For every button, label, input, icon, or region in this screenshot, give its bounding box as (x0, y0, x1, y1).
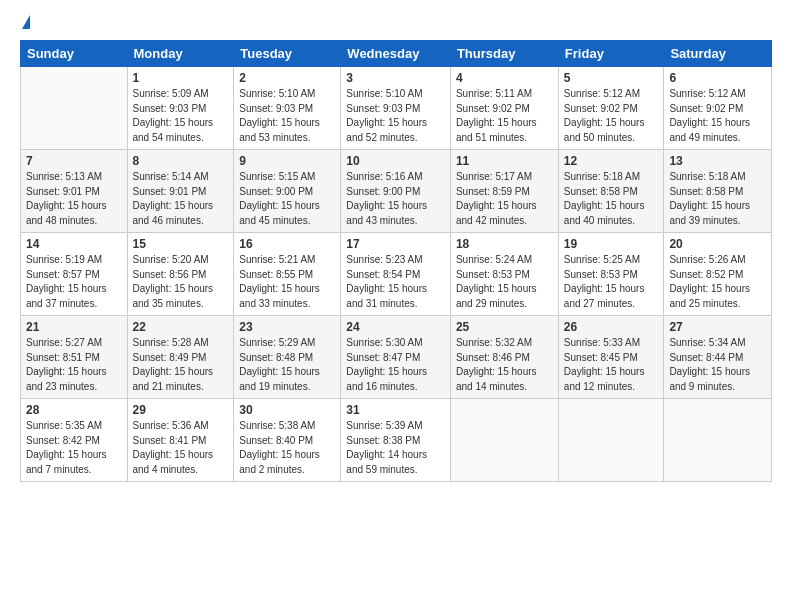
day-number: 16 (239, 237, 335, 251)
calendar-cell: 6Sunrise: 5:12 AM Sunset: 9:02 PM Daylig… (664, 67, 772, 150)
calendar-cell: 10Sunrise: 5:16 AM Sunset: 9:00 PM Dayli… (341, 150, 451, 233)
day-info: Sunrise: 5:10 AM Sunset: 9:03 PM Dayligh… (346, 87, 445, 145)
day-number: 10 (346, 154, 445, 168)
calendar-table: SundayMondayTuesdayWednesdayThursdayFrid… (20, 40, 772, 482)
day-number: 1 (133, 71, 229, 85)
calendar-cell: 31Sunrise: 5:39 AM Sunset: 8:38 PM Dayli… (341, 399, 451, 482)
col-header-sunday: Sunday (21, 41, 128, 67)
calendar-cell: 1Sunrise: 5:09 AM Sunset: 9:03 PM Daylig… (127, 67, 234, 150)
col-header-friday: Friday (558, 41, 664, 67)
calendar-cell (664, 399, 772, 482)
day-number: 18 (456, 237, 553, 251)
day-number: 19 (564, 237, 659, 251)
calendar-week-row: 28Sunrise: 5:35 AM Sunset: 8:42 PM Dayli… (21, 399, 772, 482)
page: SundayMondayTuesdayWednesdayThursdayFrid… (0, 0, 792, 612)
day-info: Sunrise: 5:18 AM Sunset: 8:58 PM Dayligh… (669, 170, 766, 228)
calendar-cell: 21Sunrise: 5:27 AM Sunset: 8:51 PM Dayli… (21, 316, 128, 399)
day-info: Sunrise: 5:26 AM Sunset: 8:52 PM Dayligh… (669, 253, 766, 311)
calendar-cell (450, 399, 558, 482)
day-info: Sunrise: 5:19 AM Sunset: 8:57 PM Dayligh… (26, 253, 122, 311)
day-number: 9 (239, 154, 335, 168)
calendar-cell (21, 67, 128, 150)
day-number: 22 (133, 320, 229, 334)
day-info: Sunrise: 5:20 AM Sunset: 8:56 PM Dayligh… (133, 253, 229, 311)
day-number: 7 (26, 154, 122, 168)
calendar-cell: 19Sunrise: 5:25 AM Sunset: 8:53 PM Dayli… (558, 233, 664, 316)
day-number: 24 (346, 320, 445, 334)
day-number: 12 (564, 154, 659, 168)
day-info: Sunrise: 5:18 AM Sunset: 8:58 PM Dayligh… (564, 170, 659, 228)
day-info: Sunrise: 5:23 AM Sunset: 8:54 PM Dayligh… (346, 253, 445, 311)
day-number: 27 (669, 320, 766, 334)
day-info: Sunrise: 5:33 AM Sunset: 8:45 PM Dayligh… (564, 336, 659, 394)
col-header-tuesday: Tuesday (234, 41, 341, 67)
day-number: 6 (669, 71, 766, 85)
day-number: 2 (239, 71, 335, 85)
calendar-cell: 5Sunrise: 5:12 AM Sunset: 9:02 PM Daylig… (558, 67, 664, 150)
calendar-cell: 13Sunrise: 5:18 AM Sunset: 8:58 PM Dayli… (664, 150, 772, 233)
calendar-cell: 11Sunrise: 5:17 AM Sunset: 8:59 PM Dayli… (450, 150, 558, 233)
day-info: Sunrise: 5:30 AM Sunset: 8:47 PM Dayligh… (346, 336, 445, 394)
calendar-cell (558, 399, 664, 482)
calendar-cell: 7Sunrise: 5:13 AM Sunset: 9:01 PM Daylig… (21, 150, 128, 233)
day-number: 3 (346, 71, 445, 85)
calendar-cell: 8Sunrise: 5:14 AM Sunset: 9:01 PM Daylig… (127, 150, 234, 233)
day-number: 8 (133, 154, 229, 168)
day-info: Sunrise: 5:25 AM Sunset: 8:53 PM Dayligh… (564, 253, 659, 311)
day-info: Sunrise: 5:38 AM Sunset: 8:40 PM Dayligh… (239, 419, 335, 477)
day-info: Sunrise: 5:34 AM Sunset: 8:44 PM Dayligh… (669, 336, 766, 394)
calendar-cell: 3Sunrise: 5:10 AM Sunset: 9:03 PM Daylig… (341, 67, 451, 150)
day-info: Sunrise: 5:29 AM Sunset: 8:48 PM Dayligh… (239, 336, 335, 394)
calendar-cell: 27Sunrise: 5:34 AM Sunset: 8:44 PM Dayli… (664, 316, 772, 399)
calendar-cell: 28Sunrise: 5:35 AM Sunset: 8:42 PM Dayli… (21, 399, 128, 482)
day-info: Sunrise: 5:17 AM Sunset: 8:59 PM Dayligh… (456, 170, 553, 228)
day-number: 23 (239, 320, 335, 334)
day-number: 21 (26, 320, 122, 334)
day-number: 13 (669, 154, 766, 168)
day-info: Sunrise: 5:09 AM Sunset: 9:03 PM Dayligh… (133, 87, 229, 145)
day-info: Sunrise: 5:10 AM Sunset: 9:03 PM Dayligh… (239, 87, 335, 145)
calendar-cell: 18Sunrise: 5:24 AM Sunset: 8:53 PM Dayli… (450, 233, 558, 316)
col-header-wednesday: Wednesday (341, 41, 451, 67)
day-info: Sunrise: 5:36 AM Sunset: 8:41 PM Dayligh… (133, 419, 229, 477)
day-info: Sunrise: 5:24 AM Sunset: 8:53 PM Dayligh… (456, 253, 553, 311)
day-info: Sunrise: 5:12 AM Sunset: 9:02 PM Dayligh… (564, 87, 659, 145)
day-number: 4 (456, 71, 553, 85)
day-number: 17 (346, 237, 445, 251)
day-number: 14 (26, 237, 122, 251)
calendar-cell: 23Sunrise: 5:29 AM Sunset: 8:48 PM Dayli… (234, 316, 341, 399)
calendar-week-row: 21Sunrise: 5:27 AM Sunset: 8:51 PM Dayli… (21, 316, 772, 399)
day-number: 26 (564, 320, 659, 334)
day-info: Sunrise: 5:16 AM Sunset: 9:00 PM Dayligh… (346, 170, 445, 228)
col-header-monday: Monday (127, 41, 234, 67)
day-number: 11 (456, 154, 553, 168)
day-number: 5 (564, 71, 659, 85)
day-info: Sunrise: 5:39 AM Sunset: 8:38 PM Dayligh… (346, 419, 445, 477)
calendar-cell: 26Sunrise: 5:33 AM Sunset: 8:45 PM Dayli… (558, 316, 664, 399)
calendar-cell: 25Sunrise: 5:32 AM Sunset: 8:46 PM Dayli… (450, 316, 558, 399)
calendar-cell: 14Sunrise: 5:19 AM Sunset: 8:57 PM Dayli… (21, 233, 128, 316)
day-info: Sunrise: 5:28 AM Sunset: 8:49 PM Dayligh… (133, 336, 229, 394)
calendar-cell: 2Sunrise: 5:10 AM Sunset: 9:03 PM Daylig… (234, 67, 341, 150)
col-header-thursday: Thursday (450, 41, 558, 67)
calendar-cell: 15Sunrise: 5:20 AM Sunset: 8:56 PM Dayli… (127, 233, 234, 316)
header-row: SundayMondayTuesdayWednesdayThursdayFrid… (21, 41, 772, 67)
logo (20, 16, 31, 30)
header (20, 16, 772, 30)
col-header-saturday: Saturday (664, 41, 772, 67)
day-info: Sunrise: 5:11 AM Sunset: 9:02 PM Dayligh… (456, 87, 553, 145)
calendar-cell: 30Sunrise: 5:38 AM Sunset: 8:40 PM Dayli… (234, 399, 341, 482)
calendar-cell: 4Sunrise: 5:11 AM Sunset: 9:02 PM Daylig… (450, 67, 558, 150)
calendar-cell: 17Sunrise: 5:23 AM Sunset: 8:54 PM Dayli… (341, 233, 451, 316)
calendar-cell: 12Sunrise: 5:18 AM Sunset: 8:58 PM Dayli… (558, 150, 664, 233)
day-info: Sunrise: 5:35 AM Sunset: 8:42 PM Dayligh… (26, 419, 122, 477)
day-info: Sunrise: 5:27 AM Sunset: 8:51 PM Dayligh… (26, 336, 122, 394)
day-number: 29 (133, 403, 229, 417)
day-number: 28 (26, 403, 122, 417)
day-info: Sunrise: 5:13 AM Sunset: 9:01 PM Dayligh… (26, 170, 122, 228)
logo-triangle-icon (22, 15, 30, 29)
calendar-week-row: 7Sunrise: 5:13 AM Sunset: 9:01 PM Daylig… (21, 150, 772, 233)
calendar-week-row: 1Sunrise: 5:09 AM Sunset: 9:03 PM Daylig… (21, 67, 772, 150)
calendar-cell: 9Sunrise: 5:15 AM Sunset: 9:00 PM Daylig… (234, 150, 341, 233)
day-info: Sunrise: 5:15 AM Sunset: 9:00 PM Dayligh… (239, 170, 335, 228)
